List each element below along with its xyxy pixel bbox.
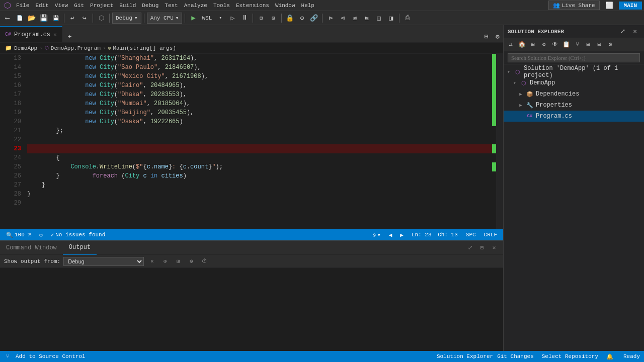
menu-tools[interactable]: Tools	[210, 0, 233, 11]
toolbar-btn10[interactable]: ◫	[373, 13, 384, 24]
se-close-btn[interactable]: ✕	[630, 27, 640, 37]
se-solution-root[interactable]: ▾ ⬡ Solution 'DemoApp' (1 of 1 project)	[504, 66, 644, 77]
toolbar-btn5[interactable]: 🔗	[308, 13, 319, 24]
run-button[interactable]: ▶	[188, 13, 199, 24]
output-source-dropdown[interactable]: Debug Build Test	[63, 257, 144, 266]
solution-explorer-tab[interactable]: Solution Explorer	[435, 353, 495, 359]
enc-status[interactable]: SPC	[464, 232, 478, 238]
se-expand-all-btn[interactable]: ⊞	[583, 40, 593, 50]
output-clear-btn[interactable]: ✕	[147, 256, 157, 266]
toolbar-btn3[interactable]: 🔒	[284, 13, 295, 24]
se-expand-icon[interactable]: ⤢	[618, 27, 628, 37]
new-project-btn[interactable]: 📄	[14, 13, 25, 24]
se-sync-btn[interactable]: ⇄	[506, 40, 516, 50]
se-programcs[interactable]: C# Program.cs	[504, 111, 644, 122]
se-preview2-btn[interactable]: 📋	[561, 40, 571, 50]
debug-mode-dropdown[interactable]: Debug ▾	[112, 13, 141, 24]
run-label[interactable]: WSL	[200, 13, 214, 24]
zoom-level[interactable]: 🔍 100 %	[4, 232, 33, 238]
menu-build[interactable]: Build	[116, 0, 139, 11]
editor-settings-btn[interactable]: ⚙	[492, 31, 503, 42]
nav-prev[interactable]: ◀	[387, 232, 394, 238]
menu-help[interactable]: Help	[298, 0, 317, 11]
menu-extensions[interactable]: Extensions	[233, 0, 272, 11]
menu-debug[interactable]: Debug	[139, 0, 162, 11]
tab-command-window[interactable]: Command Window	[0, 241, 63, 255]
menu-file[interactable]: File	[13, 0, 32, 11]
save-btn[interactable]: 💾	[38, 13, 49, 24]
live-share-button[interactable]: 👥 Live Share	[548, 1, 600, 10]
se-props-btn[interactable]: ⚙	[539, 40, 549, 50]
output-timer-btn[interactable]: ⏱	[199, 256, 209, 266]
tab-output[interactable]: Output	[63, 241, 97, 255]
breadcrumb-app[interactable]: DemoApp	[14, 45, 37, 51]
toolbar-btn7[interactable]: ⊲	[337, 13, 348, 24]
redo-btn[interactable]: ↪	[79, 13, 90, 24]
maximize-icon[interactable]: ⬜	[604, 0, 615, 11]
git-changes-tab[interactable]: Git Changes	[495, 353, 536, 359]
output-wrap-btn[interactable]: ⊞	[173, 256, 183, 266]
panel-dock-btn[interactable]: ⊟	[477, 243, 487, 253]
new-tab-button[interactable]: +	[64, 31, 75, 42]
menu-edit[interactable]: Edit	[32, 0, 51, 11]
add-source-control-btn[interactable]: Add to Source Control	[14, 353, 88, 359]
select-repository-btn[interactable]: Select Repository	[540, 353, 600, 359]
se-preview-btn[interactable]: 👁	[550, 40, 560, 50]
tab-close-icon[interactable]: ✕	[53, 31, 57, 38]
toolbar-btn2[interactable]: ⊠	[268, 13, 279, 24]
open-btn[interactable]: 📂	[26, 13, 37, 24]
ln-status[interactable]: Ln: 23 Ch: 13	[410, 232, 460, 238]
toolbar-btn11[interactable]: ◨	[385, 13, 396, 24]
save-all-btn[interactable]: 💾	[50, 13, 61, 24]
menu-analyze[interactable]: Analyze	[181, 0, 210, 11]
output-settings-btn[interactable]: ⚙	[186, 256, 196, 266]
attach-btn[interactable]: ▷	[227, 13, 238, 24]
format-btn[interactable]: ⎋ ▾	[370, 232, 382, 238]
issues-status[interactable]: ✓ No issues found	[49, 232, 108, 238]
toolbar-btn9[interactable]: ⊵	[361, 13, 372, 24]
se-settings-btn[interactable]: ⚙	[605, 40, 615, 50]
breadcrumb-class[interactable]: DemoApp.Program	[51, 45, 101, 51]
se-filter-btn[interactable]: ⊞	[528, 40, 538, 50]
select-repo-label: Select Repository	[542, 353, 598, 359]
panel-close-btn[interactable]: ✕	[489, 243, 499, 253]
toolbar-btn4[interactable]: ⚙	[296, 13, 307, 24]
run-dropdown-icon[interactable]: ▾	[215, 13, 226, 24]
se-collapse-all-btn[interactable]: ⊟	[594, 40, 604, 50]
se-project-demoapp[interactable]: ▾ ⬡ DemoApp	[504, 77, 644, 88]
config-icon-item[interactable]: ⚙	[37, 232, 45, 238]
se-git-btn[interactable]: ⑂	[572, 40, 582, 50]
se-home-btn[interactable]: 🏠	[517, 40, 527, 50]
output-scroll-btn[interactable]: ⊕	[160, 256, 170, 266]
toolbar-btn12[interactable]: ⎙	[402, 13, 413, 24]
editor-collapse-btn[interactable]: ⊟	[481, 31, 492, 42]
sep8	[322, 14, 323, 23]
se-dependencies[interactable]: ▶ 📦 Dependencies	[504, 88, 644, 100]
nav-next[interactable]: ▶	[398, 232, 406, 238]
indicator-29	[492, 199, 496, 208]
toolbar-btn8[interactable]: ⊴	[349, 13, 360, 24]
platform-dropdown[interactable]: Any CPU ▾	[147, 13, 183, 24]
notification-bell-icon[interactable]: 🔔	[604, 353, 615, 360]
pause-btn[interactable]: ⏸	[239, 13, 250, 24]
breadcrumb-method[interactable]: Main(string[] args)	[113, 45, 176, 51]
toolbar-btn1[interactable]: ⊞	[256, 13, 267, 24]
git-icon-btn[interactable]: ⑂	[4, 353, 12, 359]
back-btn[interactable]: ⟵	[2, 13, 13, 24]
sep6	[253, 14, 253, 23]
panel-float-btn[interactable]: ⤢	[465, 243, 475, 253]
menu-project[interactable]: Project	[87, 0, 116, 11]
se-search-input[interactable]	[508, 53, 640, 62]
menu-git[interactable]: Git	[71, 0, 87, 11]
platform-label: Any CPU	[150, 15, 174, 21]
se-properties[interactable]: ▶ 🔧 Properties	[504, 100, 644, 111]
code-content[interactable]: new City("Shanghai", 26317104), new City…	[25, 54, 492, 229]
tab-program-cs[interactable]: C# Program.cs ✕	[0, 26, 62, 42]
menu-view[interactable]: View	[52, 0, 71, 11]
undo-btn[interactable]: ↩	[67, 13, 78, 24]
menu-test[interactable]: Test	[162, 0, 181, 11]
eol-status[interactable]: CRLF	[482, 232, 499, 238]
toolbar-btn6[interactable]: ⊳	[325, 13, 336, 24]
menu-window[interactable]: Window	[272, 0, 298, 11]
se-solution-label: Solution 'DemoApp' (1 of 1 project)	[524, 65, 642, 79]
